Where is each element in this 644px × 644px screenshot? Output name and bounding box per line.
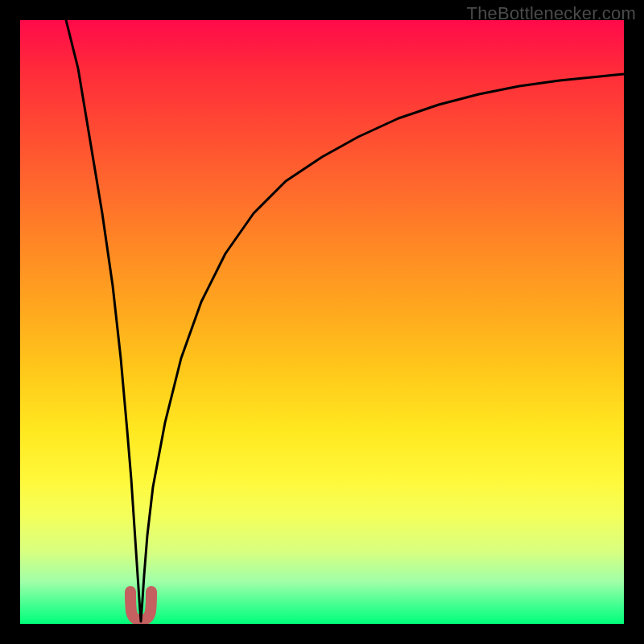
curve-path <box>66 20 624 621</box>
bottleneck-curve <box>20 20 624 624</box>
watermark-text: TheBottlenecker.com <box>467 3 636 24</box>
plot-area <box>20 20 624 624</box>
chart-frame: TheBottlenecker.com <box>0 0 644 644</box>
